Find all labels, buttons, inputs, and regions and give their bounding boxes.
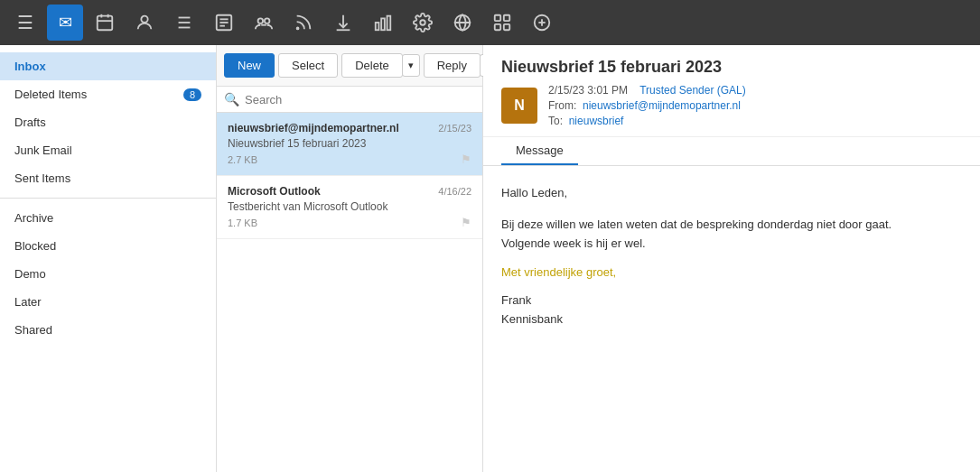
svg-rect-25 bbox=[504, 24, 509, 30]
email-meta-1: 2.7 KB ⚑ bbox=[228, 153, 471, 166]
delete-dropdown-button[interactable]: ▾ bbox=[402, 54, 420, 77]
more-apps-icon[interactable] bbox=[484, 5, 520, 41]
to-name-link[interactable]: nieuwsbrief bbox=[569, 115, 624, 127]
new-button[interactable]: New bbox=[224, 53, 275, 78]
message-paragraph: Bij deze willen we laten weten dat de be… bbox=[501, 216, 962, 254]
svg-point-14 bbox=[265, 18, 270, 23]
search-input[interactable] bbox=[245, 93, 475, 106]
message-tab[interactable]: Message bbox=[501, 137, 578, 165]
sidebar-item-shared[interactable]: Shared bbox=[0, 316, 216, 344]
flag-icon-1[interactable]: ⚑ bbox=[461, 153, 471, 166]
message-greeting: Hallo Leden, bbox=[501, 184, 962, 203]
sidebar-item-deleted[interactable]: Deleted Items 8 bbox=[0, 80, 216, 108]
groups-nav-icon[interactable] bbox=[246, 5, 282, 41]
svg-rect-18 bbox=[381, 18, 385, 30]
contacts-nav-icon[interactable] bbox=[126, 5, 163, 41]
email-subject-2: Testbericht van Microsoft Outlook bbox=[228, 200, 471, 213]
email-item-1[interactable]: nieuwsbrief@mijndemopartner.nl 2/15/23 N… bbox=[217, 113, 482, 176]
feed-nav-icon[interactable] bbox=[285, 5, 322, 41]
sender-avatar: N bbox=[501, 88, 537, 124]
delete-button[interactable]: Delete bbox=[341, 53, 403, 78]
reading-from: From: nieuwsbrief@mijndemopartner.nl bbox=[548, 99, 746, 112]
message-signoff: Met vriendelijke groet, bbox=[501, 264, 962, 282]
svg-point-15 bbox=[297, 28, 299, 30]
email-list-pane: New Select Delete ▾ Reply ▾ ••• 🔍 nieuws… bbox=[217, 45, 483, 472]
top-nav: ☰ ✉ bbox=[0, 0, 980, 45]
svg-rect-23 bbox=[504, 15, 509, 21]
toolbar: New Select Delete ▾ Reply ▾ ••• bbox=[217, 45, 482, 87]
reading-header: Nieuwsbrief 15 februari 2023 N 2/15/23 3… bbox=[483, 45, 980, 137]
settings-nav-icon[interactable] bbox=[405, 5, 441, 41]
charts-nav-icon[interactable] bbox=[365, 5, 401, 41]
trusted-sender-label: Trusted Sender (GAL) bbox=[639, 84, 746, 97]
message-paragraph-text: Bij deze willen we laten weten dat de be… bbox=[501, 217, 891, 250]
sidebar-item-demo[interactable]: Demo bbox=[0, 260, 216, 288]
svg-rect-19 bbox=[387, 16, 391, 31]
svg-point-4 bbox=[141, 16, 147, 23]
mail-nav-icon[interactable]: ✉ bbox=[47, 5, 83, 41]
junk-label: Junk Email bbox=[14, 143, 72, 157]
reading-to: To: nieuwsbrief bbox=[548, 115, 746, 127]
sidebar-divider bbox=[0, 198, 216, 199]
email-sender-2: Microsoft Outlook bbox=[228, 185, 321, 198]
svg-point-13 bbox=[258, 18, 264, 23]
sent-label: Sent Items bbox=[14, 171, 70, 185]
email-meta-2: 1.7 KB ⚑ bbox=[228, 216, 471, 229]
email-sender-1: nieuwsbrief@mijndemopartner.nl bbox=[228, 122, 399, 134]
reply-button[interactable]: Reply bbox=[424, 53, 481, 78]
message-signature: Frank Kennisbank bbox=[501, 292, 962, 329]
search-icon: 🔍 bbox=[224, 92, 239, 106]
svg-rect-24 bbox=[495, 24, 500, 30]
later-label: Later bbox=[14, 295, 42, 309]
sidebar-item-later[interactable]: Later bbox=[0, 288, 216, 316]
svg-rect-0 bbox=[98, 16, 113, 31]
select-button[interactable]: Select bbox=[278, 53, 338, 78]
download-nav-icon[interactable] bbox=[325, 5, 361, 41]
add-app-icon[interactable] bbox=[524, 5, 560, 41]
globe-nav-icon[interactable] bbox=[444, 5, 481, 41]
deleted-label: Deleted Items bbox=[14, 88, 87, 101]
reading-datetime-trusted: 2/15/23 3:01 PM Trusted Sender (GAL) bbox=[548, 84, 746, 97]
drafts-label: Drafts bbox=[14, 116, 46, 129]
message-tab-bar: Message bbox=[483, 137, 980, 166]
notes-nav-icon[interactable] bbox=[206, 5, 242, 41]
from-email-link[interactable]: nieuwsbrief@mijndemopartner.nl bbox=[583, 99, 741, 112]
email-item-2[interactable]: Microsoft Outlook 4/16/22 Testbericht va… bbox=[217, 176, 482, 239]
message-department: Kennisbank bbox=[501, 310, 962, 329]
deleted-badge: 8 bbox=[183, 88, 201, 101]
email-header-1: nieuwsbrief@mijndemopartner.nl 2/15/23 bbox=[228, 122, 471, 134]
from-label: From: bbox=[548, 99, 576, 112]
sidebar-item-junk[interactable]: Junk Email bbox=[0, 136, 216, 164]
reading-info: 2/15/23 3:01 PM Trusted Sender (GAL) Fro… bbox=[548, 84, 746, 127]
sidebar-item-blocked[interactable]: Blocked bbox=[0, 232, 216, 260]
search-bar: 🔍 bbox=[217, 87, 482, 113]
sidebar: Inbox Deleted Items 8 Drafts Junk Email … bbox=[0, 45, 217, 472]
sidebar-item-inbox[interactable]: Inbox bbox=[0, 52, 216, 80]
svg-point-20 bbox=[420, 20, 425, 25]
email-date-2: 4/16/22 bbox=[438, 186, 471, 197]
shared-label: Shared bbox=[14, 323, 52, 337]
inbox-label: Inbox bbox=[14, 60, 46, 73]
reading-pane: Nieuwsbrief 15 februari 2023 N 2/15/23 3… bbox=[483, 45, 980, 472]
reading-title: Nieuwsbrief 15 februari 2023 bbox=[501, 58, 962, 77]
hamburger-icon[interactable]: ☰ bbox=[7, 5, 43, 41]
tasks-nav-icon[interactable] bbox=[166, 5, 202, 41]
demo-label: Demo bbox=[14, 267, 46, 281]
email-size-1: 2.7 KB bbox=[228, 154, 257, 165]
sidebar-item-drafts[interactable]: Drafts bbox=[0, 108, 216, 136]
email-subject-1: Nieuwsbrief 15 februari 2023 bbox=[228, 137, 471, 150]
flag-icon-2[interactable]: ⚑ bbox=[461, 216, 471, 229]
svg-rect-17 bbox=[376, 23, 379, 30]
main-layout: Inbox Deleted Items 8 Drafts Junk Email … bbox=[0, 45, 980, 472]
message-body: Hallo Leden, Bij deze willen we laten we… bbox=[483, 166, 980, 472]
to-label: To: bbox=[548, 115, 563, 127]
email-header-2: Microsoft Outlook 4/16/22 bbox=[228, 185, 471, 198]
calendar-nav-icon[interactable] bbox=[87, 5, 123, 41]
email-date-1: 2/15/23 bbox=[438, 123, 471, 134]
svg-rect-22 bbox=[495, 15, 500, 21]
sidebar-item-archive[interactable]: Archive bbox=[0, 204, 216, 232]
archive-label: Archive bbox=[14, 211, 53, 225]
message-name: Frank bbox=[501, 292, 962, 310]
email-size-2: 1.7 KB bbox=[228, 217, 257, 228]
sidebar-item-sent[interactable]: Sent Items bbox=[0, 164, 216, 192]
